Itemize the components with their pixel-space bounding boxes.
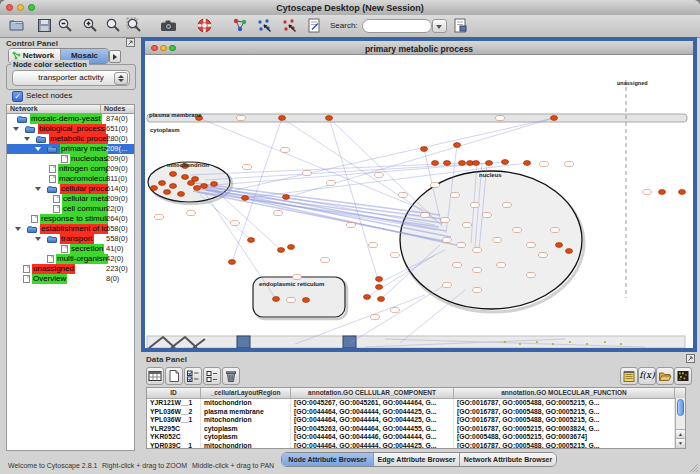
tree-row[interactable]: biological_process651(0) xyxy=(7,124,134,134)
vizmapper-icon[interactable] xyxy=(232,17,249,34)
table-row[interactable]: YLR295Ccytoplasm[GO:0045263, GO:0044464,… xyxy=(147,425,685,434)
cell-mf[interactable]: [GO:0016787, GO:0005488, GO:0005215, G..… xyxy=(454,442,675,449)
select-attributes-icon[interactable] xyxy=(184,367,202,385)
expander-icon[interactable] xyxy=(35,147,41,151)
table-row[interactable]: YDR039C__1mitochondrion[GO:0044464, GO:0… xyxy=(147,442,685,449)
cell-region[interactable]: plasma membrane xyxy=(201,408,291,417)
nucleus-region[interactable] xyxy=(400,171,582,309)
table-scrollbar[interactable]: ▲ ▼ xyxy=(675,398,685,448)
tree-row[interactable]: macromolecule311(0) xyxy=(7,174,134,184)
function-builder-icon[interactable]: f(x) xyxy=(638,367,656,385)
table-row[interactable]: YKR052Ccytoplasm[GO:0044464, GO:0044446,… xyxy=(147,433,685,442)
cell-id[interactable]: YLR295C xyxy=(147,425,201,434)
cell-region[interactable]: mitochondrion xyxy=(201,442,291,449)
delete-attribute-icon[interactable] xyxy=(222,367,240,385)
tree-row[interactable]: transport558(0) xyxy=(7,234,134,244)
cell-id[interactable]: YPL036W__2 xyxy=(147,408,201,417)
scroll-down-icon[interactable]: ▼ xyxy=(676,438,685,448)
attribute-table-header[interactable]: ID _cellularLayoutRegion annotation.GO C… xyxy=(147,388,685,399)
expander-icon[interactable] xyxy=(35,187,41,191)
open-session-icon[interactable] xyxy=(8,17,25,34)
cell-region[interactable]: mitochondrion xyxy=(201,416,291,425)
layout-nodes-blue-icon[interactable] xyxy=(256,17,273,34)
tree-row[interactable]: establishment of lo558(0) xyxy=(7,224,134,234)
zoom-fit-icon[interactable] xyxy=(105,17,122,34)
column-header-cellular-component[interactable]: annotation.GO CELLULAR_COMPONENT xyxy=(291,388,454,398)
expander-icon[interactable] xyxy=(24,137,30,141)
tree-header-nodes[interactable]: Nodes xyxy=(101,105,134,113)
attribute-table-icon[interactable] xyxy=(146,367,164,385)
expander-icon[interactable] xyxy=(35,237,41,241)
tree-row[interactable]: cell communicat22(0) xyxy=(7,204,134,214)
column-header-region[interactable]: _cellularLayoutRegion xyxy=(201,388,291,398)
tab-overflow-icon[interactable] xyxy=(109,50,121,63)
data-panel-float-icon[interactable] xyxy=(686,354,695,363)
tree-row[interactable]: unassigned223(0) xyxy=(7,264,134,274)
tree-row[interactable]: Overview8(0) xyxy=(7,274,134,284)
new-attribute-icon[interactable] xyxy=(165,367,183,385)
cell-mf[interactable]: [GO:0016787, GO:0005215, GO:0003824, G..… xyxy=(454,425,675,434)
snapshot-icon[interactable] xyxy=(160,17,177,34)
unselect-attributes-icon[interactable] xyxy=(203,367,221,385)
tree-row-selected[interactable]: primary metabo209(... xyxy=(7,144,134,154)
cell-region[interactable]: cytoplasm xyxy=(201,425,291,434)
tree-row[interactable]: nucleobase-209(0) xyxy=(7,154,134,164)
cell-mf[interactable]: [GO:0016787, GO:0005488, GO:0005215, G..… xyxy=(454,399,675,408)
network-tree[interactable]: mosaic-demo-yeast874(0) biological_proce… xyxy=(6,114,135,451)
tree-row[interactable]: response to stimulu264(0) xyxy=(7,214,134,224)
plasma-membrane-region[interactable] xyxy=(147,114,687,122)
cell-id[interactable]: YKR052C xyxy=(147,433,201,442)
network-view-titlebar[interactable]: primary metabolic process xyxy=(145,41,693,55)
select-nodes-checkbox[interactable]: ✓ xyxy=(12,91,23,102)
control-panel-float-icon[interactable] xyxy=(126,38,135,47)
cell-mf[interactable]: [GO:0005488, GO:0005215, GO:0003674] xyxy=(454,433,675,442)
cell-cc[interactable]: [GO:0045263, GO:0044464, GO:0044455, G..… xyxy=(291,425,454,434)
import-attributes-icon[interactable] xyxy=(656,367,674,385)
tab-node-attribute-browser[interactable]: Node Attribute Browser xyxy=(282,453,374,466)
tree-row[interactable]: cellular metabo209(0) xyxy=(7,194,134,204)
search-dropdown-button[interactable] xyxy=(432,19,447,33)
zoom-selected-region-icon[interactable] xyxy=(126,17,143,34)
help-ring-icon[interactable] xyxy=(196,17,213,34)
cell-region[interactable]: mitochondrion xyxy=(201,399,291,408)
notepad-icon[interactable] xyxy=(620,367,638,385)
save-session-icon[interactable] xyxy=(36,17,53,34)
annotation-icon[interactable] xyxy=(306,17,323,34)
tree-row[interactable]: nitrogen compo209(0) xyxy=(7,164,134,174)
search-options-icon[interactable] xyxy=(452,17,469,34)
cell-region[interactable]: cytoplasm xyxy=(201,433,291,442)
tree-header[interactable]: Network Nodes xyxy=(6,104,135,114)
tab-network-attribute-browser[interactable]: Network Attribute Browser xyxy=(460,453,556,466)
cell-id[interactable]: YPL036W__1 xyxy=(147,416,201,425)
tree-row[interactable]: multi-organism pro42(0) xyxy=(7,254,134,264)
layout-nodes-red-icon[interactable] xyxy=(281,17,298,34)
column-header-id[interactable]: ID xyxy=(147,388,201,398)
tree-row[interactable]: metabolic process280(0) xyxy=(7,134,134,144)
cell-cc[interactable]: [GO:0044464, GO:0044444, GO:0044425, G..… xyxy=(291,416,454,425)
attribute-matrix-icon[interactable] xyxy=(674,367,692,385)
cell-id[interactable]: YDR039C__1 xyxy=(147,442,201,449)
window-titlebar[interactable]: Cytoscape Desktop (New Session) xyxy=(0,0,700,16)
cell-cc[interactable]: [GO:0044464, GO:0044446, GO:0044444, G..… xyxy=(291,433,454,442)
cell-id[interactable]: YJR121W__1 xyxy=(147,399,201,408)
cell-cc[interactable]: [GO:0044464, GO:0044444, GO:0044425, G..… xyxy=(291,408,454,417)
expander-icon[interactable] xyxy=(15,227,21,231)
tree-header-network[interactable]: Network xyxy=(7,105,101,113)
network-view-window[interactable]: primary metabolic process xyxy=(141,37,697,352)
tree-row[interactable]: secretion41(0) xyxy=(7,244,134,254)
scrollbar-thumb[interactable] xyxy=(677,399,684,416)
table-row[interactable]: YJR121W__1mitochondrion[GO:0045267, GO:0… xyxy=(147,399,685,408)
table-row[interactable]: YPL036W__2plasma membrane[GO:0044464, GO… xyxy=(147,408,685,417)
node-color-dropdown[interactable]: transporter activity xyxy=(12,70,130,86)
tree-row[interactable]: cellular process614(0) xyxy=(7,184,134,194)
tab-edge-attribute-browser[interactable]: Edge Attribute Browser xyxy=(374,453,460,466)
attribute-table[interactable]: ID _cellularLayoutRegion annotation.GO C… xyxy=(146,387,686,449)
region-shapes[interactable] xyxy=(147,80,687,348)
cell-mf[interactable]: [GO:0016787, GO:0005488, GO:0005215, G..… xyxy=(454,416,675,425)
network-canvas[interactable]: plasma membrane cytoplasm mitochondrion … xyxy=(145,55,693,348)
zoom-in-icon[interactable] xyxy=(82,17,99,34)
zoom-out-icon[interactable] xyxy=(57,17,74,34)
cell-cc[interactable]: [GO:0044464, GO:0044444, GO:0044425, G..… xyxy=(291,442,454,449)
tree-row[interactable]: mosaic-demo-yeast874(0) xyxy=(7,114,134,124)
cell-mf[interactable]: [GO:0016787, GO:0005488, GO:0005215, G..… xyxy=(454,408,675,417)
